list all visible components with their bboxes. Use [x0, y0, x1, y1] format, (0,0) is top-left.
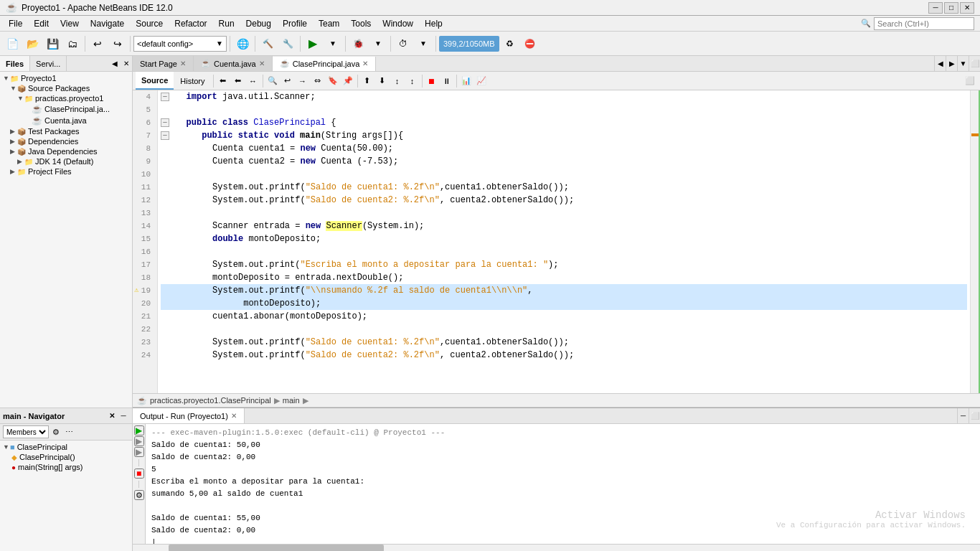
code-area[interactable]: ─ import java.util.Scanner; ─ public cla… [158, 90, 970, 393]
gc-button[interactable]: ♻ [501, 34, 519, 53]
tab-clase-principal-java[interactable]: ☕ ClasePrincipal.java ✕ [273, 57, 377, 72]
src-up-button[interactable]: ⬆ [360, 74, 374, 88]
output-settings[interactable]: ⚙ [134, 490, 144, 500]
tree-dependencies[interactable]: ▶ 📦 Dependencies [1, 136, 131, 146]
config-selector[interactable]: <default config> ▼ [133, 36, 227, 52]
nav-btn2[interactable]: ⋯ [63, 426, 75, 438]
tab-prev-button[interactable]: ◀ [934, 56, 946, 72]
menu-window[interactable]: Window [377, 16, 419, 31]
breadcrumb-class[interactable]: practicas.proyecto1.ClasePrincipal [150, 396, 271, 405]
tab-start-page-close[interactable]: ✕ [180, 60, 186, 67]
maximize-button[interactable]: □ [944, 2, 958, 14]
src-forward-button[interactable]: ⬅ [231, 74, 245, 88]
build-button[interactable]: 🌐 [233, 34, 252, 53]
menu-edit[interactable]: Edit [28, 16, 55, 31]
tree-cuenta[interactable]: ☕ Cuenta.java [1, 115, 131, 126]
tab-source[interactable]: Source [136, 72, 174, 90]
output-stop2[interactable]: ▶ [134, 447, 144, 457]
tab-dropdown-button[interactable]: ▼ [957, 56, 969, 72]
panel-restore[interactable]: ◀ [109, 58, 121, 70]
breadcrumb-method[interactable]: main [283, 396, 300, 405]
tree-clase-principal[interactable]: ☕ ClasePrincipal.ja... [1, 103, 131, 115]
menu-navigate[interactable]: Navigate [85, 16, 130, 31]
tree-test-packages[interactable]: ▶ 📦 Test Packages [1, 126, 131, 136]
src-replace-button[interactable]: ↩ [281, 74, 295, 88]
nav-close[interactable]: ✕ [106, 410, 118, 422]
src-toggle3-button[interactable]: ↕ [390, 74, 405, 88]
minimize-button[interactable]: ─ [928, 2, 943, 14]
profile-button[interactable]: ⏱ [394, 34, 413, 53]
menu-source[interactable]: Source [130, 16, 169, 31]
panel-close[interactable]: ✕ [121, 58, 132, 70]
run-dropdown[interactable]: ▼ [324, 34, 342, 53]
menu-team[interactable]: Team [313, 16, 345, 31]
src-back-button[interactable]: ⬅ [216, 74, 230, 88]
output-maximize[interactable]: ⬜ [969, 408, 980, 424]
nav-btn1[interactable]: ⚙ [50, 426, 62, 438]
menu-refactor[interactable]: Refactor [169, 16, 212, 31]
tab-clase-principal-close[interactable]: ✕ [362, 60, 368, 67]
new-button[interactable]: 📄 [3, 34, 22, 53]
nav-minimize[interactable]: ─ [118, 410, 129, 422]
nav-main[interactable]: ● main(String[] args) [1, 462, 131, 472]
menu-view[interactable]: View [55, 16, 85, 31]
redo-button[interactable]: ↪ [108, 34, 127, 53]
menu-help[interactable]: Help [419, 16, 448, 31]
src-pause-button[interactable]: ⏸ [440, 74, 454, 88]
toolbar-clean[interactable]: 🔧 [278, 34, 297, 53]
src-chart2-button[interactable]: 📈 [474, 74, 489, 88]
nav-clase-principal[interactable]: ▼ ■ ClasePrincipal [1, 442, 131, 452]
output-minimize[interactable]: ─ [957, 408, 969, 424]
tree-source-packages[interactable]: ▼ 📦 Source Packages [1, 83, 131, 93]
src-toggle-button[interactable]: ↔ [246, 74, 260, 88]
debug-button[interactable]: 🐞 [349, 34, 367, 53]
tab-cuenta-java[interactable]: ☕ Cuenta.java ✕ [194, 56, 273, 71]
output-scrollbar-thumb[interactable] [169, 545, 384, 551]
src-goto-button[interactable]: → [296, 74, 310, 88]
tab-files[interactable]: Files [0, 56, 30, 71]
menu-run[interactable]: Run [213, 16, 240, 31]
src-bookmark2-button[interactable]: 📌 [341, 74, 355, 88]
tab-next-button[interactable]: ▶ [946, 56, 957, 72]
tree-java-dependencies[interactable]: ▶ 📦 Java Dependencies [1, 146, 131, 156]
open-button[interactable]: 📂 [23, 34, 42, 53]
output-stop-btn[interactable]: ■ [134, 468, 144, 479]
tree-project-files[interactable]: ▶ 📁 Project Files [1, 166, 131, 176]
undo-button[interactable]: ↩ [88, 34, 107, 53]
nav-constructor[interactable]: ◆ ClasePrincipal() [1, 452, 131, 462]
output-stop[interactable]: ▶ [134, 436, 144, 446]
output-scrollbar[interactable] [133, 544, 980, 551]
menu-file[interactable]: File [3, 16, 28, 31]
tab-history[interactable]: History [174, 72, 210, 90]
tab-maximize-button[interactable]: ⬜ [969, 56, 980, 72]
tree-practicas[interactable]: ▼ 📁 practicas.proyecto1 [1, 93, 131, 103]
menu-debug[interactable]: Debug [240, 16, 277, 31]
src-chart-button[interactable]: 📊 [459, 74, 473, 88]
run-button[interactable]: ▶ [303, 34, 322, 53]
save-all-button[interactable]: 🗂 [63, 34, 82, 53]
save-button[interactable]: 💾 [43, 34, 62, 53]
src-down-button[interactable]: ⬇ [375, 74, 390, 88]
editor-scrollbar[interactable] [970, 90, 980, 393]
src-bookmark-button[interactable]: 🔖 [326, 74, 340, 88]
output-body[interactable]: --- exec-maven-plugin:1.5.0:exec (defaul… [146, 424, 980, 544]
src-toggle2-button[interactable]: ⇔ [311, 74, 325, 88]
collapse-6[interactable]: ─ [161, 118, 169, 127]
src-maximize-button[interactable]: ⬜ [963, 74, 977, 88]
profile2-button[interactable]: ⛔ [521, 34, 540, 53]
tab-start-page[interactable]: Start Page ✕ [133, 56, 194, 71]
output-tab-close[interactable]: ✕ [231, 412, 237, 420]
src-stop-button[interactable]: ⏹ [425, 74, 439, 88]
collapse-7[interactable]: ─ [161, 131, 169, 140]
output-tab-run[interactable]: Output - Run (Proyecto1) ✕ [133, 408, 245, 423]
members-select[interactable]: Members [3, 425, 49, 438]
profile-dropdown[interactable]: ▼ [414, 34, 433, 53]
debug-dropdown[interactable]: ▼ [369, 34, 387, 53]
toolbar-build2[interactable]: 🔨 [258, 34, 277, 53]
menu-profile[interactable]: Profile [277, 16, 313, 31]
tab-cuenta-java-close[interactable]: ✕ [259, 60, 265, 67]
memory-button[interactable]: 399,2/1050MB [439, 36, 499, 52]
close-button[interactable]: ✕ [960, 2, 974, 14]
tree-jdk[interactable]: ▶ 📁 JDK 14 (Default) [1, 156, 131, 166]
src-find-button[interactable]: 🔍 [265, 74, 280, 88]
